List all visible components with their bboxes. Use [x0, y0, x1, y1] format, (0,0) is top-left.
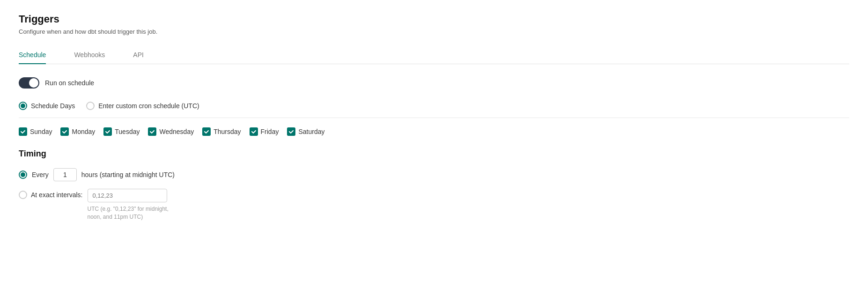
schedule-type-row: Schedule Days Enter custom cron schedule… — [19, 102, 849, 118]
exact-intervals-radio[interactable] — [19, 191, 27, 199]
custom-cron-label: Enter custom cron schedule (UTC) — [98, 102, 199, 110]
day-saturday-label: Saturday — [298, 128, 324, 135]
day-thursday[interactable]: Thursday — [202, 127, 241, 136]
day-friday-label: Friday — [261, 128, 279, 135]
exact-intervals-row: At exact intervals: UTC (e.g. "0,12,23" … — [19, 189, 849, 221]
checkmark-thursday-icon — [204, 129, 209, 134]
exact-input-col: UTC (e.g. "0,12,23" for midnight, noon, … — [88, 189, 181, 221]
page-subtitle: Configure when and how dbt should trigge… — [19, 28, 849, 35]
day-thursday-label: Thursday — [213, 128, 241, 135]
timing-section: Timing Every hours (starting at midnight… — [19, 149, 849, 221]
page-container: Triggers Configure when and how dbt shou… — [0, 0, 868, 289]
custom-cron-radio[interactable] — [86, 102, 95, 110]
checkmark-monday-icon — [62, 129, 67, 134]
timing-title: Timing — [19, 149, 849, 159]
checkbox-tuesday[interactable] — [103, 127, 112, 136]
checkmark-wednesday-icon — [149, 129, 155, 134]
toggle-thumb — [29, 78, 38, 88]
hours-label: hours (starting at midnight UTC) — [81, 171, 175, 178]
every-hours-input[interactable] — [53, 168, 77, 181]
tab-schedule[interactable]: Schedule — [19, 46, 46, 64]
tab-api[interactable]: API — [133, 46, 144, 64]
every-label: Every — [32, 171, 49, 178]
day-wednesday[interactable]: Wednesday — [148, 127, 194, 136]
exact-intervals-input[interactable] — [88, 189, 167, 202]
tabs-bar: Schedule Webhooks API — [19, 46, 849, 64]
exact-label: At exact intervals: — [31, 191, 83, 199]
custom-cron-option[interactable]: Enter custom cron schedule (UTC) — [86, 102, 199, 110]
day-friday[interactable]: Friday — [250, 127, 279, 136]
day-wednesday-label: Wednesday — [159, 128, 194, 135]
tab-webhooks[interactable]: Webhooks — [74, 46, 105, 64]
run-on-schedule-row: Run on schedule — [19, 77, 849, 89]
checkbox-monday[interactable] — [60, 127, 69, 136]
checkbox-wednesday[interactable] — [148, 127, 156, 136]
checkmark-tuesday-icon — [105, 129, 110, 134]
every-hours-row: Every hours (starting at midnight UTC) — [19, 168, 849, 181]
toggle-label: Run on schedule — [45, 79, 94, 87]
checkmark-sunday-icon — [20, 129, 26, 134]
toggle-track — [19, 77, 39, 89]
checkbox-saturday[interactable] — [287, 127, 295, 136]
schedule-days-option[interactable]: Schedule Days — [19, 102, 75, 110]
day-saturday[interactable]: Saturday — [287, 127, 324, 136]
day-monday-label: Monday — [72, 128, 95, 135]
checkbox-friday[interactable] — [250, 127, 258, 136]
day-sunday[interactable]: Sunday — [19, 127, 52, 136]
page-title: Triggers — [19, 13, 849, 25]
run-on-schedule-toggle[interactable] — [19, 77, 39, 89]
day-sunday-label: Sunday — [30, 128, 52, 135]
checkmark-saturday-icon — [288, 129, 294, 134]
schedule-days-radio[interactable] — [19, 102, 27, 110]
day-monday[interactable]: Monday — [60, 127, 95, 136]
schedule-days-label: Schedule Days — [31, 102, 75, 110]
day-tuesday[interactable]: Tuesday — [103, 127, 140, 136]
exact-hint: UTC (e.g. "0,12,23" for midnight, noon, … — [88, 205, 181, 221]
days-row: Sunday Monday Tuesday W — [19, 127, 849, 136]
checkmark-friday-icon — [251, 129, 257, 134]
every-hours-radio[interactable] — [19, 170, 27, 179]
day-tuesday-label: Tuesday — [115, 128, 140, 135]
checkbox-thursday[interactable] — [202, 127, 211, 136]
exact-label-col: At exact intervals: — [19, 189, 83, 199]
checkbox-sunday[interactable] — [19, 127, 27, 136]
